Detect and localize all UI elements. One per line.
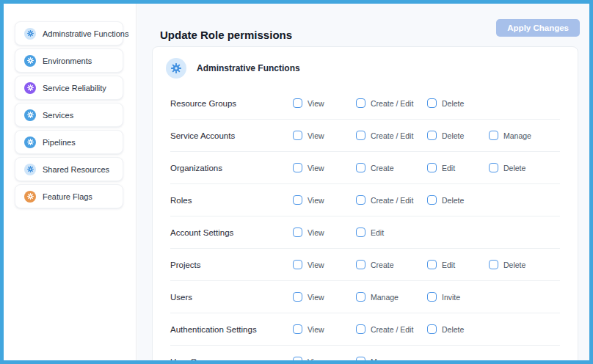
checkbox-label: Delete bbox=[442, 196, 464, 205]
checkbox-label: Delete bbox=[442, 99, 464, 108]
checkbox-label: Edit bbox=[371, 228, 384, 237]
checkbox-label: View bbox=[308, 293, 324, 302]
permission-option-roles-delete[interactable]: Delete bbox=[427, 195, 489, 205]
permission-option-authentication-settings-view[interactable]: View bbox=[293, 324, 356, 334]
apply-changes-button[interactable]: Apply Changes bbox=[496, 19, 580, 37]
checkbox[interactable] bbox=[427, 163, 437, 172]
checkbox-label: Edit bbox=[442, 164, 455, 172]
checkbox[interactable] bbox=[293, 163, 302, 172]
checkbox[interactable] bbox=[427, 131, 437, 140]
permission-option-service-accounts-delete[interactable]: Delete bbox=[427, 131, 489, 140]
checkbox[interactable] bbox=[427, 292, 437, 302]
permission-option-projects-edit[interactable]: Edit bbox=[427, 260, 489, 269]
sidebar-item-label: Service Reliability bbox=[43, 84, 106, 92]
checkbox[interactable] bbox=[356, 163, 365, 172]
checkbox-label: Manage bbox=[371, 293, 399, 302]
sidebar-item-pipelines[interactable]: Pipelines bbox=[15, 130, 123, 154]
permission-option-users-manage[interactable]: Manage bbox=[356, 292, 427, 302]
sidebar-item-services[interactable]: Services bbox=[15, 103, 123, 127]
checkbox[interactable] bbox=[293, 260, 302, 269]
checkbox-label: View bbox=[308, 164, 324, 172]
permission-option-service-accounts-create-edit[interactable]: Create / Edit bbox=[356, 131, 427, 140]
main-content: Update Role permissions Apply Changes bbox=[137, 4, 589, 360]
permission-row-label: Organizations bbox=[170, 164, 293, 172]
checkbox[interactable] bbox=[489, 131, 498, 140]
permission-row-label: Account Settings bbox=[170, 228, 293, 237]
permission-option-projects-delete[interactable]: Delete bbox=[489, 260, 560, 269]
permission-row-label: Service Accounts bbox=[170, 131, 293, 140]
permission-option-users-invite[interactable]: Invite bbox=[427, 292, 489, 302]
environments-icon bbox=[24, 55, 36, 67]
checkbox-label: Delete bbox=[442, 131, 464, 140]
checkbox[interactable] bbox=[356, 195, 365, 205]
permission-option-account-settings-edit[interactable]: Edit bbox=[356, 228, 427, 237]
checkbox[interactable] bbox=[356, 357, 365, 364]
checkbox[interactable] bbox=[427, 260, 437, 269]
checkbox[interactable] bbox=[293, 195, 302, 205]
permission-row-label: Resource Groups bbox=[170, 99, 293, 108]
permission-option-projects-view[interactable]: View bbox=[293, 260, 356, 269]
permission-row-label: Roles bbox=[170, 196, 293, 205]
permission-option-user-groups-view[interactable]: View bbox=[293, 357, 356, 364]
checkbox[interactable] bbox=[293, 357, 302, 364]
sidebar-item-feature-flags[interactable]: Feature Flags bbox=[15, 184, 123, 208]
checkbox[interactable] bbox=[356, 228, 365, 237]
sidebar-item-environments[interactable]: Environments bbox=[15, 48, 123, 73]
checkbox-label: Manage bbox=[371, 357, 399, 364]
sidebar-item-adminstrative-functions[interactable]: Adminstrative Functions bbox=[15, 21, 123, 46]
checkbox[interactable] bbox=[356, 260, 365, 269]
permission-option-authentication-settings-delete[interactable]: Delete bbox=[427, 324, 489, 334]
checkbox-label: Edit bbox=[442, 261, 455, 269]
services-icon bbox=[24, 109, 36, 121]
checkbox[interactable] bbox=[427, 195, 437, 205]
checkbox-label: View bbox=[308, 131, 324, 140]
sidebar-item-label: Shared Resources bbox=[43, 165, 109, 174]
permission-option-organizations-edit[interactable]: Edit bbox=[427, 163, 489, 172]
permission-option-account-settings-view[interactable]: View bbox=[293, 228, 356, 237]
sidebar-item-service-reliability[interactable]: Service Reliability bbox=[15, 76, 123, 100]
permission-option-resource-groups-create-edit[interactable]: Create / Edit bbox=[356, 98, 427, 108]
checkbox-label: View bbox=[308, 261, 324, 269]
checkbox[interactable] bbox=[356, 292, 365, 302]
checkbox[interactable] bbox=[489, 163, 498, 172]
checkbox[interactable] bbox=[356, 131, 365, 140]
pipelines-icon bbox=[24, 136, 36, 148]
checkbox[interactable] bbox=[293, 228, 302, 237]
permission-option-users-view[interactable]: View bbox=[293, 292, 356, 302]
permission-option-resource-groups-delete[interactable]: Delete bbox=[427, 98, 489, 108]
permission-option-authentication-settings-create-edit[interactable]: Create / Edit bbox=[356, 324, 427, 334]
checkbox[interactable] bbox=[293, 98, 302, 108]
permission-option-roles-create-edit[interactable]: Create / Edit bbox=[356, 195, 427, 205]
permission-option-organizations-create[interactable]: Create bbox=[356, 163, 427, 172]
checkbox-label: Create bbox=[371, 164, 394, 172]
permissions-rows: Resource GroupsViewCreate / EditDeleteSe… bbox=[153, 87, 578, 364]
permissions-card-title: Adminstrative Functions bbox=[197, 63, 300, 73]
permission-option-user-groups-manage[interactable]: Manage bbox=[356, 357, 427, 364]
permission-option-resource-groups-view[interactable]: View bbox=[293, 98, 356, 108]
permission-row-resource-groups: Resource GroupsViewCreate / EditDelete bbox=[170, 87, 560, 119]
permission-option-organizations-view[interactable]: View bbox=[293, 163, 356, 172]
checkbox-label: Delete bbox=[503, 261, 525, 269]
permission-option-service-accounts-view[interactable]: View bbox=[293, 131, 356, 140]
permission-option-projects-create[interactable]: Create bbox=[356, 260, 427, 269]
permission-row-label: Users bbox=[170, 293, 293, 302]
permission-option-roles-view[interactable]: View bbox=[293, 195, 356, 205]
permissions-card: Adminstrative Functions Resource GroupsV… bbox=[152, 46, 578, 364]
permissions-card-header: Adminstrative Functions bbox=[153, 47, 578, 86]
checkbox-label: Create / Edit bbox=[371, 131, 413, 140]
checkbox-label: View bbox=[308, 228, 324, 237]
checkbox[interactable] bbox=[489, 260, 498, 269]
checkbox[interactable] bbox=[356, 324, 365, 334]
checkbox[interactable] bbox=[356, 98, 365, 108]
checkbox[interactable] bbox=[293, 131, 302, 140]
permission-row-label: User Groups bbox=[170, 357, 293, 364]
checkbox[interactable] bbox=[293, 292, 302, 302]
checkbox-label: Create / Edit bbox=[371, 99, 413, 108]
permission-option-service-accounts-manage[interactable]: Manage bbox=[489, 131, 560, 140]
permission-option-organizations-delete[interactable]: Delete bbox=[489, 163, 560, 172]
sidebar-item-shared-resources[interactable]: Shared Resources bbox=[15, 157, 123, 181]
checkbox[interactable] bbox=[427, 98, 437, 108]
sidebar-item-label: Pipelines bbox=[43, 138, 76, 147]
checkbox[interactable] bbox=[293, 324, 302, 334]
checkbox[interactable] bbox=[427, 324, 437, 334]
